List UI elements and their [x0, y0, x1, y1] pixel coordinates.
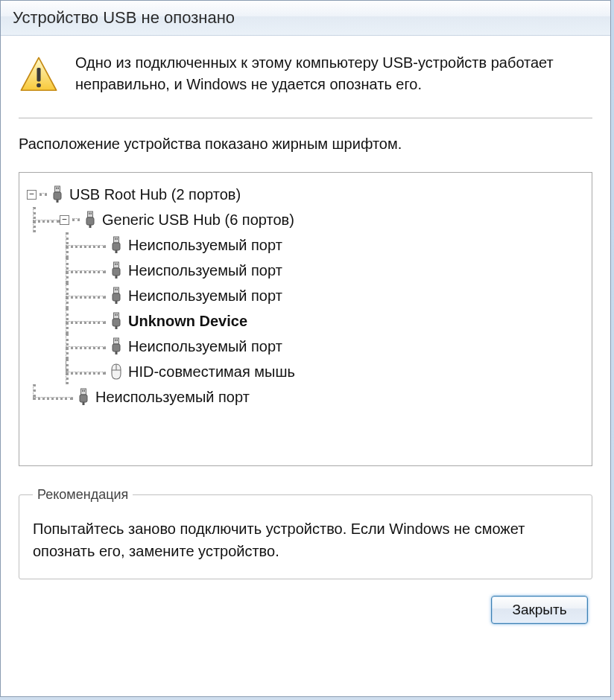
recommendation-box: Рекомендация Попытайтесь заново подключи…: [19, 487, 592, 579]
tree-item-label: Неиспользуемый порт: [128, 287, 282, 305]
tree-collapse-toggle[interactable]: −: [60, 215, 69, 225]
svg-rect-13: [115, 238, 116, 241]
svg-rect-28: [115, 314, 116, 316]
svg-rect-35: [113, 344, 120, 351]
svg-rect-29: [117, 314, 118, 316]
header-row: Одно из подключенных к этому компьютеру …: [19, 52, 592, 95]
tree-branch[interactable]: − Generic USB Hub (6 портов): [27, 207, 584, 232]
svg-rect-36: [115, 351, 118, 354]
tree-item-label: HID-совместимая мышь: [128, 363, 295, 381]
error-message: Одно из подключенных к этому компьютеру …: [75, 52, 592, 95]
tree-item-label: Неиспользуемый порт: [95, 389, 250, 406]
usb-plug-icon: [109, 311, 124, 331]
button-row: Закрыть: [19, 596, 592, 624]
svg-rect-27: [114, 313, 119, 319]
tree-item-label: USB Root Hub (2 портов): [69, 186, 241, 203]
location-caption: Расположение устройства показано жирным …: [19, 136, 592, 153]
svg-rect-19: [117, 264, 118, 266]
usb-plug-icon: [76, 387, 91, 407]
svg-rect-9: [91, 213, 92, 215]
tree-leaf[interactable]: Неиспользуемый порт: [27, 334, 584, 359]
dialog-window: Устройство USB не опознано Одно из под: [0, 0, 611, 697]
svg-rect-32: [114, 338, 119, 344]
usb-plug-icon: [109, 286, 124, 305]
tree-item-label: Unknown Device: [128, 313, 247, 330]
svg-rect-22: [114, 287, 119, 293]
close-button[interactable]: Закрыть: [491, 596, 588, 624]
svg-rect-10: [86, 217, 94, 225]
svg-rect-23: [115, 289, 116, 291]
svg-rect-33: [115, 340, 116, 342]
tree-item-label: Неиспользуемый порт: [128, 262, 282, 279]
usb-plug-icon: [50, 185, 65, 204]
mouse-icon: [109, 362, 124, 381]
svg-rect-39: [82, 390, 83, 392]
svg-rect-34: [117, 340, 118, 342]
svg-rect-6: [57, 200, 59, 203]
svg-rect-42: [83, 402, 85, 405]
tree-collapse-toggle[interactable]: −: [27, 190, 37, 200]
svg-rect-0: [37, 68, 40, 82]
recommendation-legend: Рекомендация: [33, 487, 133, 503]
tree-leaf[interactable]: Неиспользуемый порт: [27, 283, 584, 308]
usb-plug-icon: [109, 337, 124, 356]
usb-plug-icon: [83, 210, 98, 229]
recommendation-text: Попытайтесь заново подключить устройство…: [33, 518, 578, 562]
svg-rect-8: [89, 213, 90, 215]
dialog-content: Одно из подключенных к этому компьютеру …: [1, 36, 610, 637]
svg-rect-30: [113, 319, 120, 326]
device-tree[interactable]: − USB Root Hub (2 портов)− Generic USB H…: [19, 172, 592, 466]
tree-branch[interactable]: − USB Root Hub (2 портов): [27, 182, 584, 207]
tree-item-label: Generic USB Hub (6 портов): [102, 211, 294, 229]
separator: [19, 118, 592, 119]
svg-rect-5: [54, 192, 61, 200]
svg-rect-4: [58, 188, 60, 190]
tree-leaf[interactable]: Unknown Device: [27, 308, 584, 334]
svg-rect-2: [55, 186, 60, 192]
svg-rect-18: [115, 264, 116, 266]
svg-rect-38: [81, 389, 86, 395]
svg-rect-15: [113, 243, 120, 250]
tree-leaf[interactable]: HID-совместимая мышь: [27, 359, 584, 384]
svg-rect-14: [117, 238, 118, 241]
svg-point-1: [37, 83, 41, 88]
tree-leaf[interactable]: Неиспользуемый порт: [27, 232, 584, 258]
svg-rect-7: [88, 211, 93, 217]
svg-rect-26: [115, 301, 118, 304]
svg-rect-31: [115, 326, 118, 329]
svg-rect-12: [114, 237, 119, 243]
tree-item-label: Неиспользуемый порт: [128, 338, 282, 355]
svg-rect-11: [89, 225, 92, 228]
tree-leaf[interactable]: Неиспользуемый порт: [27, 258, 584, 283]
usb-plug-icon: [109, 235, 124, 255]
title-bar: Устройство USB не опознано: [1, 1, 610, 36]
svg-rect-20: [113, 268, 120, 276]
svg-rect-3: [56, 188, 57, 190]
usb-plug-icon: [109, 261, 124, 280]
svg-rect-25: [113, 293, 120, 301]
warning-icon: [19, 55, 59, 95]
tree-leaf[interactable]: Неиспользуемый порт: [27, 384, 584, 410]
svg-rect-41: [80, 395, 87, 402]
svg-rect-24: [117, 289, 118, 291]
window-title: Устройство USB не опознано: [13, 8, 235, 27]
svg-rect-40: [84, 390, 86, 392]
svg-rect-16: [115, 250, 118, 253]
svg-rect-17: [114, 262, 119, 268]
tree-item-label: Неиспользуемый порт: [128, 237, 282, 254]
svg-rect-21: [115, 276, 118, 279]
